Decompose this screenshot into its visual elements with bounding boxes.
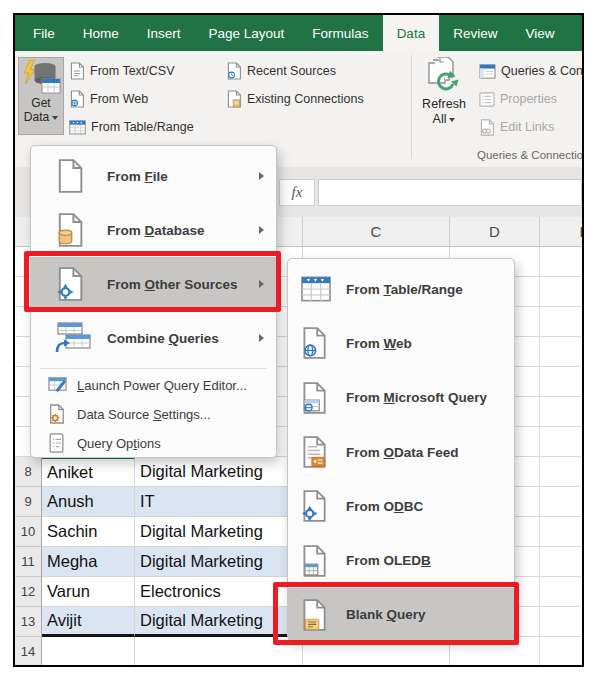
formula-input[interactable] — [318, 179, 582, 206]
row-header-11[interactable]: 11 — [15, 547, 42, 577]
column-header-e[interactable]: E — [539, 217, 584, 246]
menu-item-data-source-settings[interactable]: Data Source Settings... — [31, 400, 276, 429]
tab-file[interactable]: File — [19, 15, 69, 51]
column-header-d[interactable]: D — [449, 217, 539, 246]
ribbon-tab-bar: File Home Insert Page Layout Formulas Da… — [15, 15, 582, 51]
chevron-right-icon — [259, 334, 264, 342]
row-header-13[interactable]: 13 — [15, 607, 42, 637]
tab-formulas[interactable]: Formulas — [298, 15, 382, 51]
tab-view[interactable]: View — [511, 15, 568, 51]
from-web-button[interactable]: From Web — [69, 87, 148, 111]
microsoft-query-icon — [300, 379, 336, 417]
existing-connections-label: Existing Connections — [247, 92, 364, 106]
refresh-all-label-line1: Refresh — [422, 97, 466, 112]
row-header-14[interactable]: 14 — [15, 637, 42, 667]
query-options-icon — [48, 433, 68, 455]
menu-item-label: Data Source Settings... — [77, 407, 211, 422]
existing-connections-icon — [226, 90, 242, 108]
from-table-range-button[interactable]: From Table/Range — [69, 115, 194, 139]
cell-name[interactable] — [42, 637, 135, 667]
get-data-button[interactable]: Get Data — [18, 57, 64, 135]
from-web-label: From Web — [90, 92, 148, 106]
chevron-down-icon — [449, 118, 455, 122]
recent-sources-button[interactable]: Recent Sources — [226, 59, 336, 83]
column-header-c[interactable]: C — [302, 217, 449, 246]
web-globe-icon — [69, 90, 85, 108]
tab-data[interactable]: Data — [383, 15, 440, 51]
cell-name[interactable]: Sachin — [42, 517, 135, 547]
annotation-box-from-other-sources — [24, 251, 281, 312]
tab-insert[interactable]: Insert — [133, 15, 195, 51]
submenu-item-from-odbc[interactable]: From ODBC — [288, 479, 514, 533]
cell-name[interactable]: Anush — [42, 487, 135, 517]
tab-page-layout[interactable]: Page Layout — [195, 15, 299, 51]
tab-review[interactable]: Review — [439, 15, 511, 51]
table-row: 8 Aniket Digital Marketing — [15, 457, 303, 487]
properties-label: Properties — [500, 92, 557, 106]
oledb-grid-icon — [300, 542, 336, 580]
menu-item-launch-power-query-editor[interactable]: Launch Power Query Editor... — [31, 371, 276, 400]
tab-home[interactable]: Home — [69, 15, 133, 51]
edit-links-button: Edit Links — [479, 115, 554, 139]
submenu-item-from-web[interactable]: From Web — [288, 316, 514, 370]
existing-connections-button[interactable]: Existing Connections — [226, 87, 364, 111]
menu-item-label: From Database — [107, 223, 205, 238]
menu-item-label: Launch Power Query Editor... — [77, 378, 247, 393]
refresh-all-button[interactable]: Refresh All — [416, 57, 472, 157]
table-range-icon — [300, 270, 336, 308]
submenu-item-from-microsoft-query[interactable]: From Microsoft Query — [288, 371, 514, 425]
recent-sources-label: Recent Sources — [247, 64, 336, 78]
web-globe-icon — [300, 324, 336, 362]
properties-icon — [479, 92, 495, 107]
queries-connections-button[interactable]: Queries & Connections — [479, 59, 582, 83]
cell-department[interactable]: Digital Marketing — [135, 457, 302, 487]
table-row: 14 — [15, 637, 303, 667]
cell-name[interactable]: Varun — [42, 577, 135, 607]
refresh-all-label-line2: All — [433, 112, 456, 127]
cell-department[interactable]: Digital Marketing — [135, 547, 302, 577]
recent-sources-clock-icon — [226, 62, 242, 80]
menu-item-combine-queries[interactable]: Combine Queries — [31, 311, 276, 365]
annotation-box-blank-query — [273, 582, 519, 645]
menu-item-label: From File — [107, 169, 168, 184]
submenu-item-label: From ODBC — [346, 499, 423, 514]
queries-connections-label: Queries & Connections — [501, 64, 582, 78]
ribbon-group-separator — [411, 55, 412, 159]
row-header-12[interactable]: 12 — [15, 577, 42, 607]
chevron-down-icon — [52, 116, 58, 120]
submenu-item-label: From Web — [346, 336, 412, 351]
row-header-8[interactable]: 8 — [15, 457, 42, 487]
get-data-icon — [21, 60, 61, 96]
ribbon-group-label: Queries & Connections — [477, 149, 582, 161]
from-text-csv-button[interactable]: From Text/CSV — [69, 59, 175, 83]
row-header-10[interactable]: 10 — [15, 517, 42, 547]
data-source-settings-gear-icon — [48, 404, 68, 426]
cell-department[interactable]: IT — [135, 487, 302, 517]
cell-name[interactable]: Aniket — [42, 457, 135, 487]
get-data-label-line1: Get — [31, 96, 50, 110]
cell-name[interactable]: Avijit — [42, 607, 135, 637]
table-row: 9 Anush IT — [15, 487, 303, 517]
file-icon — [55, 157, 91, 195]
menu-item-from-file[interactable]: From File — [31, 149, 276, 203]
table-row: 13 Avijit Digital Marketing — [15, 607, 303, 637]
row-header-9[interactable]: 9 — [15, 487, 42, 517]
menu-item-query-options[interactable]: Query Options — [31, 429, 276, 458]
menu-item-from-database[interactable]: From Database — [31, 203, 276, 257]
submenu-item-from-oledb[interactable]: From OLEDB — [288, 533, 514, 587]
odbc-compass-icon — [300, 487, 336, 525]
table-row: 12 Varun Electronics — [15, 577, 303, 607]
odata-feed-icon — [300, 433, 336, 471]
cell-name[interactable]: Megha — [42, 547, 135, 577]
submenu-item-from-table-range[interactable]: From Table/Range — [288, 262, 514, 316]
chevron-right-icon — [259, 226, 264, 234]
table-range-icon — [69, 119, 86, 135]
submenu-item-label: From Microsoft Query — [346, 390, 487, 405]
table-row: 11 Megha Digital Marketing — [15, 547, 303, 577]
from-table-range-label: From Table/Range — [91, 120, 194, 134]
submenu-item-label: From OData Feed — [346, 445, 459, 460]
menu-separator — [40, 368, 267, 369]
submenu-item-from-odata-feed[interactable]: From OData Feed — [288, 425, 514, 479]
cell-department[interactable]: Digital Marketing — [135, 517, 302, 547]
insert-function-button[interactable]: fx — [279, 179, 315, 206]
